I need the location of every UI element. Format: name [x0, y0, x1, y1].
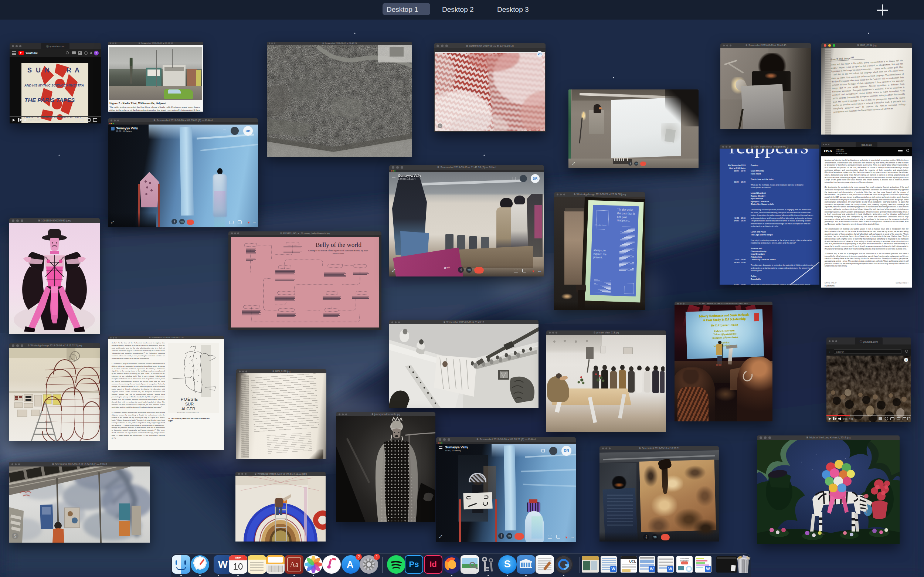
svg-text:POÉSIE: POÉSIE	[181, 397, 198, 401]
svg-text:AND HIS MYTHIC SCIENCE ARKESTR: AND HIS MYTHIC SCIENCE ARKESTRA	[24, 84, 84, 87]
svg-text:S: S	[14, 534, 16, 538]
svg-text:THE PARIS TAPES: THE PARIS TAPES	[24, 97, 75, 103]
svg-text:SUR: SUR	[185, 402, 194, 406]
svg-text:ALGER: ALGER	[182, 406, 195, 411]
svg-text:SUN: SUN	[27, 66, 53, 74]
svg-text:RA: RA	[66, 66, 83, 74]
